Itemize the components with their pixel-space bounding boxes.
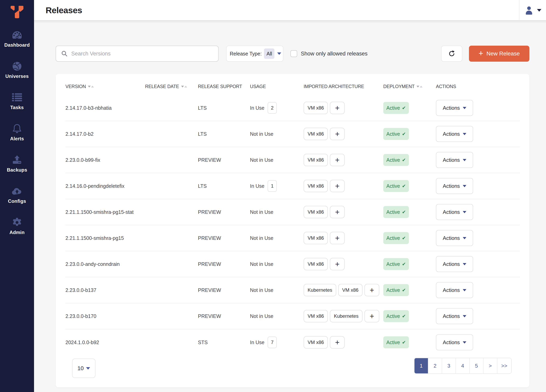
page-button-4[interactable]: 4 bbox=[456, 358, 470, 373]
architecture-pill[interactable]: VM x86 bbox=[304, 154, 328, 166]
check-icon: ✔ bbox=[402, 287, 406, 293]
actions-caret-icon bbox=[463, 289, 466, 291]
deployment-status-badge: Active✔ bbox=[383, 310, 409, 322]
table-row: 2.21.1.1500-smishra-pg15-stat PREVIEW No… bbox=[65, 199, 520, 225]
add-architecture-button[interactable]: + bbox=[330, 154, 345, 166]
sidebar-item-backups[interactable]: Backups bbox=[0, 154, 34, 186]
usage-cell: Not in Use bbox=[250, 157, 304, 163]
architecture-pill[interactable]: VM x86 bbox=[304, 336, 328, 349]
column-header-deployment[interactable]: DEPLOYMENT bbox=[383, 84, 436, 89]
add-architecture-button[interactable]: + bbox=[330, 128, 345, 140]
new-release-button[interactable]: + New Release bbox=[469, 46, 529, 62]
actions-cell: Actions bbox=[436, 126, 520, 142]
actions-button[interactable]: Actions bbox=[436, 126, 473, 142]
user-icon bbox=[524, 6, 534, 15]
architecture-pill[interactable]: Kubernetes bbox=[304, 284, 336, 296]
usage-count-badge[interactable]: 1 bbox=[268, 180, 277, 192]
sidebar-item-dashboard[interactable]: Dashboard bbox=[0, 29, 34, 61]
search-input[interactable] bbox=[71, 51, 211, 57]
actions-cell: Actions bbox=[436, 100, 520, 116]
release-support-cell: PREVIEW bbox=[198, 235, 250, 241]
architecture-pill[interactable]: VM x86 bbox=[304, 180, 328, 192]
actions-button[interactable]: Actions bbox=[436, 230, 473, 246]
page-button-3[interactable]: 3 bbox=[442, 358, 456, 373]
refresh-button[interactable] bbox=[441, 46, 462, 62]
actions-cell: Actions bbox=[436, 152, 520, 168]
table-row: 2.21.1.1500-smishra-pg15 PREVIEW Not in … bbox=[65, 225, 520, 251]
add-architecture-button[interactable]: + bbox=[364, 284, 379, 296]
usage-cell: In Use1 bbox=[250, 180, 304, 192]
page-button->[interactable]: > bbox=[484, 358, 497, 373]
table-row: 2.14.16.0-pendingdeletefix LTS In Use1 V… bbox=[65, 173, 520, 199]
sort-desc-icon bbox=[181, 86, 184, 87]
imported-architecture-cell: VM x86+ bbox=[304, 336, 383, 349]
deployment-status-badge: Active✔ bbox=[383, 128, 409, 140]
page-button-1[interactable]: 1 bbox=[415, 358, 428, 373]
deployment-cell: Active✔ bbox=[383, 310, 436, 322]
architecture-pill[interactable]: VM x86 bbox=[304, 206, 328, 218]
refresh-icon bbox=[448, 50, 456, 58]
architecture-pill[interactable]: VM x86 bbox=[304, 128, 328, 140]
sidebar-item-configs[interactable]: Configs bbox=[0, 186, 34, 217]
add-architecture-button[interactable]: + bbox=[330, 336, 345, 349]
actions-button[interactable]: Actions bbox=[436, 178, 473, 194]
release-support-cell: LTS bbox=[198, 105, 250, 111]
add-architecture-button[interactable]: + bbox=[330, 232, 345, 244]
gear-icon bbox=[11, 217, 23, 228]
add-architecture-button[interactable]: + bbox=[330, 102, 345, 114]
user-menu[interactable] bbox=[519, 0, 546, 21]
release-type-value[interactable]: All bbox=[264, 48, 274, 59]
page-button-5[interactable]: 5 bbox=[470, 358, 484, 373]
sort-icons[interactable] bbox=[181, 86, 187, 87]
yugabyte-logo[interactable] bbox=[0, 6, 34, 18]
add-architecture-button[interactable]: + bbox=[330, 258, 345, 270]
usage-count-badge[interactable]: 7 bbox=[268, 337, 277, 348]
architecture-pill[interactable]: VM x86 bbox=[304, 232, 328, 244]
architecture-pill[interactable]: Kubernetes bbox=[330, 310, 363, 322]
sort-asc-icon bbox=[184, 86, 187, 87]
add-architecture-button[interactable]: + bbox=[364, 310, 379, 322]
version-cell: 2.21.1.1500-smishra-pg15 bbox=[65, 235, 145, 241]
usage-cell: In Use7 bbox=[250, 337, 304, 348]
actions-button[interactable]: Actions bbox=[436, 256, 473, 272]
show-only-allowed-label: Show only allowed releases bbox=[301, 51, 367, 57]
sort-icons[interactable] bbox=[88, 86, 94, 87]
usage-count-badge[interactable]: 2 bbox=[268, 102, 277, 114]
architecture-pill[interactable]: VM x86 bbox=[304, 102, 328, 114]
actions-button[interactable]: Actions bbox=[436, 204, 473, 220]
show-only-allowed-checkbox[interactable] bbox=[290, 50, 297, 57]
add-architecture-button[interactable]: + bbox=[330, 206, 345, 218]
table-row: 2.23.0.0-andy-conndrain PREVIEW Not in U… bbox=[65, 251, 520, 277]
version-cell: 2.14.16.0-pendingdeletefix bbox=[65, 183, 145, 189]
page-button->>[interactable]: >> bbox=[497, 358, 511, 373]
actions-button[interactable]: Actions bbox=[436, 152, 473, 168]
column-header-release-date[interactable]: RELEASE DATE bbox=[145, 84, 198, 89]
actions-cell: Actions bbox=[436, 256, 520, 272]
actions-button[interactable]: Actions bbox=[436, 308, 473, 324]
version-cell: 2.14.17.0-b3-nbhatia bbox=[65, 105, 145, 111]
architecture-pill[interactable]: VM x86 bbox=[304, 258, 328, 270]
actions-button[interactable]: Actions bbox=[436, 334, 473, 350]
pagination: 12345>>> bbox=[414, 358, 512, 374]
sidebar-item-alerts[interactable]: Alerts bbox=[0, 123, 34, 154]
architecture-pill[interactable]: VM x86 bbox=[304, 310, 328, 322]
actions-button[interactable]: Actions bbox=[436, 282, 473, 298]
actions-caret-icon bbox=[463, 159, 466, 161]
sidebar-item-tasks[interactable]: Tasks bbox=[0, 92, 34, 123]
sidebar-item-universes[interactable]: Universes bbox=[0, 61, 34, 92]
release-type-filter[interactable]: Release Type: All bbox=[226, 46, 283, 62]
column-header-version[interactable]: VERSION bbox=[65, 84, 145, 89]
sort-icons[interactable] bbox=[416, 86, 422, 87]
check-icon: ✔ bbox=[402, 314, 406, 319]
architecture-pill[interactable]: VM x86 bbox=[338, 284, 363, 296]
add-architecture-button[interactable]: + bbox=[330, 180, 345, 192]
table-row: 2.14.17.0-b2 LTS Not in Use VM x86+ Acti… bbox=[65, 121, 520, 147]
actions-caret-icon bbox=[463, 211, 466, 213]
actions-caret-icon bbox=[463, 185, 466, 187]
page-size-select[interactable]: 10 bbox=[72, 359, 96, 378]
actions-button[interactable]: Actions bbox=[436, 100, 473, 116]
usage-cell: Not in Use bbox=[250, 209, 304, 215]
sidebar-item-admin[interactable]: Admin bbox=[0, 217, 34, 248]
page-button-2[interactable]: 2 bbox=[428, 358, 442, 373]
table-header-row: VERSIONRELEASE DATERELEASE SUPPORTUSAGEI… bbox=[65, 74, 520, 95]
